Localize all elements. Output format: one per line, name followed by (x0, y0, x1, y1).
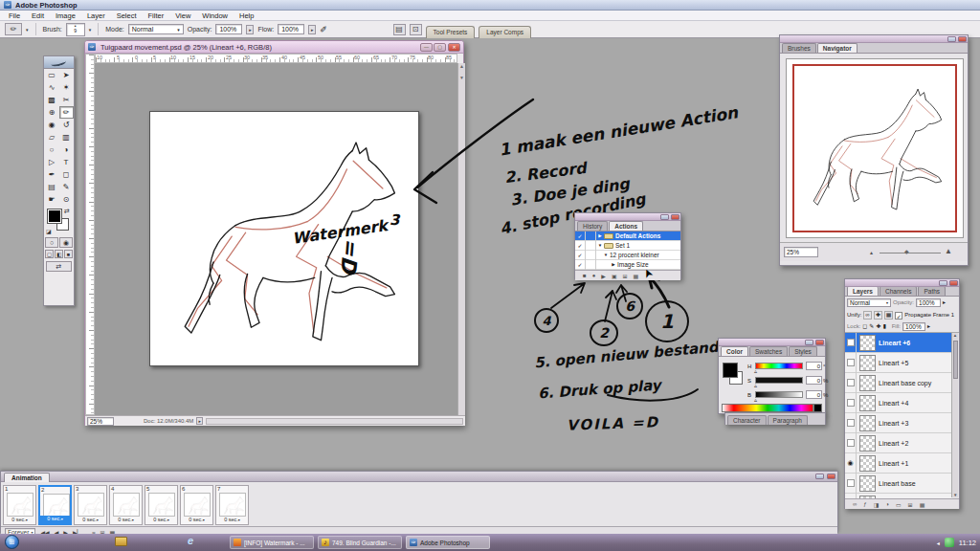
record-button[interactable]: ● (592, 273, 596, 278)
airbrush-icon[interactable]: ✐ (320, 25, 327, 34)
sat-value[interactable]: 0 (806, 376, 822, 385)
taskbar-window-info-watermark[interactable]: [INFO] Watermark - ... (230, 536, 314, 549)
menu-image[interactable]: Image (50, 11, 81, 20)
tool-type[interactable]: T (59, 156, 74, 168)
close-button[interactable] (671, 214, 679, 220)
bright-thumb[interactable]: ▵ (754, 397, 757, 404)
close-button[interactable] (827, 474, 835, 479)
minimize-button[interactable] (805, 340, 813, 345)
visibility-toggle[interactable] (847, 359, 855, 366)
opacity-field[interactable]: 100% (215, 24, 242, 34)
tray-expand-icon[interactable]: ◂ (937, 540, 940, 546)
layer-row[interactable]: Lineart +6 (845, 333, 952, 353)
menu-help[interactable]: Help (234, 11, 259, 20)
layer-row[interactable]: Lineart base (845, 474, 952, 494)
menu-filter[interactable]: Filter (143, 11, 170, 20)
tool-magic-wand[interactable]: ✶ (59, 81, 74, 94)
visibility-toggle[interactable] (847, 439, 855, 447)
taskbar-window-blind-guardian[interactable]: ♪749. Blind Guardian -... (318, 536, 402, 549)
explorer-folder-icon[interactable] (115, 537, 127, 549)
animation-frame-2[interactable]: 20 sec.▾ (38, 485, 72, 525)
tool-hand[interactable]: ☛ (45, 193, 59, 206)
document-titlebar[interactable]: ✑ Tuigpaard movement.psd @ 25% (Lineart … (85, 41, 463, 54)
blend-mode-select[interactable]: Normal▾ (847, 298, 891, 307)
tool-lasso[interactable]: ∿ (45, 81, 59, 94)
close-button[interactable]: ✕ (448, 43, 460, 52)
menu-layer[interactable]: Layer (81, 11, 111, 20)
tool-move[interactable]: ➤ (59, 69, 74, 81)
animation-frame-3[interactable]: 30 sec.▾ (74, 485, 107, 525)
actions-titlebar[interactable] (575, 213, 680, 221)
eye-icon[interactable]: ◉ (845, 453, 857, 474)
layer-thumbnail[interactable] (859, 335, 876, 351)
visibility-toggle[interactable] (847, 419, 855, 427)
spectrum-black-cap[interactable] (813, 404, 822, 412)
status-arrow-button[interactable]: ▸ (196, 417, 203, 425)
start-button[interactable]: ⊞ (5, 535, 19, 549)
canvas[interactable]: Watermerk 3 =D (149, 111, 419, 366)
unify-position-icon[interactable]: ∞ (863, 311, 871, 320)
minimize-button[interactable] (660, 214, 669, 220)
layer-thumbnail[interactable] (859, 435, 876, 452)
minimize-button[interactable] (939, 280, 947, 286)
expand-icon[interactable]: ▶ (596, 233, 604, 238)
tool-pen[interactable]: ✒ (45, 168, 59, 181)
tool-blur[interactable]: ○ (45, 143, 59, 156)
animation-frame-1[interactable]: 10 sec.▾ (3, 485, 36, 525)
animation-frame-7[interactable]: 70 sec.▾ (215, 485, 249, 525)
layer-thumbnail[interactable] (859, 395, 876, 411)
new-set-button[interactable]: ▣ (612, 273, 617, 279)
tool-eyedropper[interactable]: ✎ (59, 181, 74, 193)
unify-style-icon[interactable]: ▦ (884, 311, 894, 320)
expand-icon[interactable]: ▼ (602, 253, 610, 257)
new-layer-icon[interactable]: ⊞ (908, 501, 913, 508)
visibility-toggle[interactable] (847, 399, 855, 407)
layer-row[interactable]: Lineart +4 (845, 393, 952, 413)
close-button[interactable] (949, 280, 958, 286)
layer-row-partial[interactable] (845, 494, 952, 498)
tool-history-brush[interactable]: ↺ (59, 119, 74, 131)
fill-field[interactable]: 100% (902, 322, 925, 331)
flow-field[interactable]: 100% (278, 24, 304, 34)
dialog-toggle[interactable] (586, 231, 596, 241)
visibility-toggle[interactable] (847, 379, 855, 386)
flow-spinner[interactable]: ▸ (308, 25, 316, 34)
sat-thumb[interactable]: ▵ (754, 383, 757, 389)
layer-row[interactable]: ◉Lineart +1 (845, 453, 952, 474)
tab-history[interactable]: History (577, 221, 608, 231)
layer-row[interactable]: Lineart +2 (845, 433, 952, 453)
close-button[interactable] (958, 36, 967, 42)
navigator-zoom-field[interactable]: 25% (784, 247, 818, 257)
zoom-out-icon[interactable]: ▴ (870, 250, 873, 256)
canvas-viewport[interactable]: Watermerk 3 =D (95, 63, 457, 415)
tab-character[interactable]: Character (727, 415, 767, 425)
current-tool-icon[interactable]: ✏ (5, 23, 22, 35)
delete-layer-icon[interactable]: ▦ (920, 501, 925, 508)
quickmask-mode-button[interactable]: ◉ (59, 237, 73, 248)
toolbox-titlebar[interactable] (44, 56, 74, 69)
adjustment-layer-icon[interactable]: ◑ (885, 501, 889, 507)
layer-thumbnail[interactable] (859, 496, 876, 499)
screen-mode-standard[interactable]: ▢ (45, 250, 54, 258)
fill-spinner[interactable]: ▸ (927, 323, 930, 330)
include-checkbox[interactable]: ✓ (575, 231, 586, 241)
menu-edit[interactable]: Edit (26, 11, 50, 20)
new-action-button[interactable]: ⊞ (623, 273, 628, 279)
include-checkbox[interactable]: ✓ (575, 241, 586, 251)
action-row-set1[interactable]: ✓▼Set 1 (575, 241, 680, 251)
tab-paths[interactable]: Paths (918, 286, 946, 296)
taskbar-window-photoshop[interactable]: ✑Adobe Photoshop (406, 536, 490, 549)
tab-paragraph[interactable]: Paragraph (768, 415, 808, 425)
tab-brushes[interactable]: Brushes (782, 43, 816, 53)
layer-thumbnail[interactable] (859, 355, 876, 371)
menu-select[interactable]: Select (111, 11, 143, 20)
screen-mode-full[interactable]: ■ (64, 250, 73, 258)
layer-group-icon[interactable]: ▭ (896, 501, 902, 508)
opacity-spinner[interactable]: ▸ (246, 25, 254, 34)
brushes-palette-icon[interactable]: ▤ (393, 24, 406, 35)
brush-preview[interactable]: •9 (66, 23, 85, 36)
standard-mode-button[interactable]: ○ (45, 237, 58, 248)
action-row-default-actions[interactable]: ✓▶Default Actions (575, 231, 680, 241)
animation-frame-5[interactable]: 50 sec.▾ (145, 485, 178, 525)
tool-shape[interactable]: ◻ (59, 168, 74, 181)
